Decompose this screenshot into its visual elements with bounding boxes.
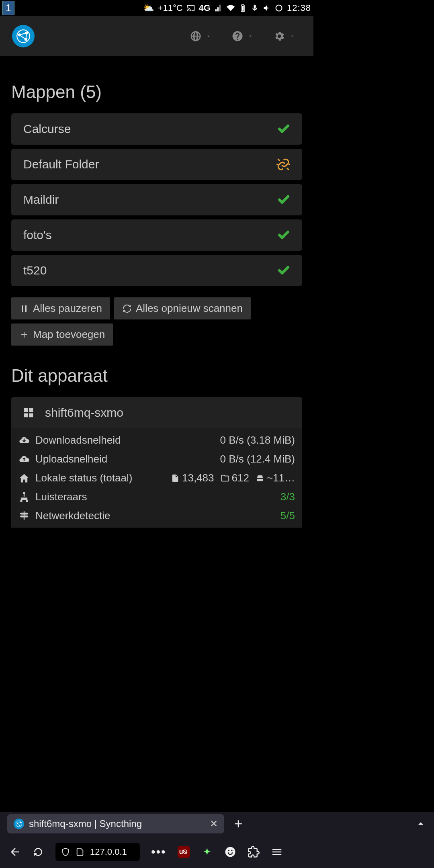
- download-rate-value: 0 B/s (3.18 MiB): [220, 434, 295, 446]
- this-device-heading: Dit apparaat: [11, 366, 302, 386]
- svg-point-1: [276, 5, 282, 11]
- discovery-value: 5/5: [280, 510, 295, 522]
- actions-menu[interactable]: [267, 26, 301, 46]
- chevron-down-icon: [248, 33, 253, 39]
- battery-icon: [239, 4, 247, 12]
- check-icon: [277, 229, 290, 242]
- folder-item[interactable]: t520: [11, 255, 302, 286]
- signpost-icon: [18, 510, 30, 522]
- status-right: ⛅ +11°C 4G 12:38: [143, 3, 311, 13]
- check-icon: [277, 264, 290, 277]
- folder-name: Default Folder: [23, 158, 99, 171]
- folder-name: Maildir: [23, 193, 59, 207]
- button-label: Alles pauzeren: [33, 302, 102, 315]
- home-icon: [18, 473, 30, 484]
- network-type: 4G: [199, 3, 211, 13]
- folder-name: foto's: [23, 228, 52, 242]
- main-content: Mappen (5) Calcurse Default Folder Maild…: [0, 56, 313, 571]
- folder-item[interactable]: foto's: [11, 219, 302, 251]
- volume-icon: [263, 4, 271, 12]
- cloud-download-icon: [18, 435, 30, 446]
- help-icon: [231, 30, 244, 42]
- discovery-row: Netwerkdetectie 5/5: [18, 506, 295, 525]
- rescan-all-button[interactable]: Alles opnieuw scannen: [114, 297, 251, 319]
- download-rate-row: Downloadsnelheid 0 B/s (3.18 MiB): [18, 431, 295, 450]
- button-label: Alles opnieuw scannen: [136, 302, 243, 315]
- device-name: shift6mq-sxmo: [45, 406, 123, 420]
- temperature: +11°C: [158, 3, 183, 13]
- pause-icon: [19, 304, 29, 313]
- listeners-row: Luisteraars 3/3: [18, 487, 295, 506]
- clock: 12:38: [287, 3, 311, 13]
- check-icon: [277, 123, 290, 135]
- unshared-icon: [276, 158, 290, 171]
- signal-icon: [215, 4, 223, 12]
- app-bar: [0, 16, 313, 56]
- wifi-icon: [227, 4, 235, 12]
- this-device-header[interactable]: shift6mq-sxmo: [11, 397, 302, 428]
- chevron-down-icon: [206, 33, 211, 39]
- folder-item[interactable]: Maildir: [11, 184, 302, 215]
- hdd-icon: [256, 474, 264, 483]
- mic-icon: [251, 4, 259, 12]
- pause-all-button[interactable]: Alles pauzeren: [11, 297, 110, 319]
- this-device-panel: shift6mq-sxmo Downloadsnelheid 0 B/s (3.…: [11, 397, 302, 528]
- device-icon: [22, 406, 35, 420]
- syncthing-logo[interactable]: [12, 25, 35, 47]
- local-state-row: Lokale status (totaal) 13,483 612 ~11…: [18, 469, 295, 487]
- plus-icon: [19, 330, 29, 340]
- listeners-value: 3/3: [280, 491, 295, 503]
- cast-icon: [187, 4, 195, 12]
- folder-item[interactable]: Calcurse: [11, 113, 302, 145]
- button-label: Map toevoegen: [33, 328, 105, 341]
- workspace-badge: 1: [2, 1, 14, 15]
- cloud-upload-icon: [18, 454, 30, 465]
- device-details: Downloadsnelheid 0 B/s (3.18 MiB) Upload…: [11, 428, 302, 528]
- file-icon: [171, 474, 180, 483]
- globe-icon: [190, 30, 202, 42]
- add-folder-button[interactable]: Map toevoegen: [11, 323, 113, 346]
- svg-rect-0: [242, 6, 244, 11]
- language-menu[interactable]: [183, 26, 218, 46]
- folder-name: Calcurse: [23, 122, 71, 136]
- weather-icon: ⛅: [143, 3, 154, 13]
- local-state-value: 13,483 612 ~11…: [171, 472, 295, 484]
- check-icon: [277, 193, 290, 206]
- folder-item[interactable]: Default Folder: [11, 149, 302, 180]
- sitemap-icon: [18, 491, 30, 503]
- help-menu[interactable]: [225, 26, 260, 46]
- upload-rate-value: 0 B/s (12.4 MiB): [220, 453, 295, 465]
- status-bar: 1 ⛅ +11°C 4G 12:38: [0, 0, 313, 16]
- refresh-icon: [122, 304, 132, 313]
- folders-heading: Mappen (5): [11, 82, 302, 102]
- folder-icon: [221, 474, 229, 483]
- folder-actions: Alles pauzeren Alles opnieuw scannen Map…: [11, 297, 302, 346]
- circle-icon: [275, 4, 283, 12]
- chevron-down-icon: [289, 33, 295, 39]
- folder-name: t520: [23, 264, 47, 277]
- gear-icon: [273, 30, 285, 42]
- upload-rate-row: Uploadsnelheid 0 B/s (12.4 MiB): [18, 450, 295, 469]
